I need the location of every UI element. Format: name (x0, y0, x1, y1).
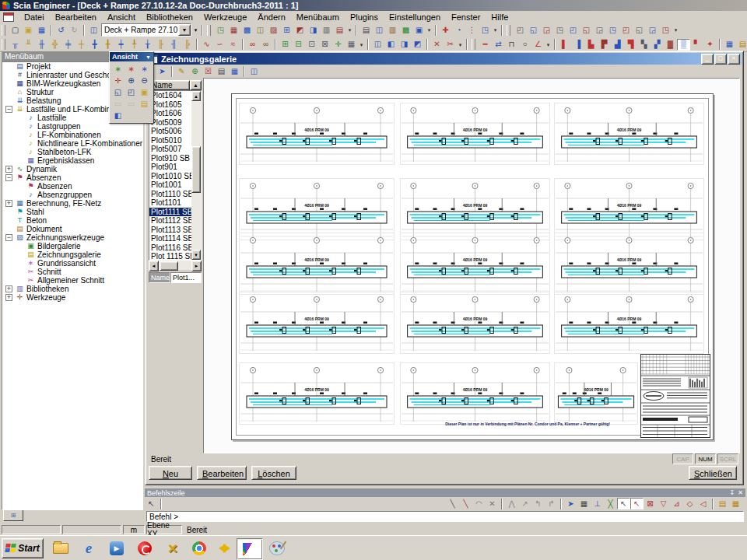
menu-tree[interactable]: ▤Projekt#Linienraster und Geschosse▦BIM-… (2, 61, 143, 510)
tree-item-stahl[interactable]: ⚑Stahl (2, 208, 142, 216)
toolbar-gripper[interactable] (507, 25, 510, 36)
keys-app-taskbar-button[interactable]: ✕ (160, 538, 185, 558)
draw-subregion-icon[interactable]: ┼ (75, 39, 88, 51)
tree-item-ergebnisklassen[interactable]: ▦Ergebnisklassen (2, 156, 142, 165)
horizontal-scrollbar[interactable]: ◄ ► (149, 261, 202, 270)
win-copy-2-icon[interactable]: ◧ (384, 39, 398, 51)
more-tools-caret[interactable]: ▾ (346, 24, 353, 36)
draw-node-icon[interactable]: ╂ (101, 39, 114, 51)
paperspace-icon[interactable]: ⊞ (280, 24, 293, 36)
maximize-button[interactable]: □ (714, 54, 727, 65)
draw-rectangle-icon[interactable]: ⊓ (505, 39, 518, 51)
project-window-icon[interactable]: ◫ (87, 24, 100, 36)
tree-item-stahlbeton-lfk[interactable]: ♪Stahlbeton-LFK (2, 148, 142, 156)
undo-icon[interactable]: ↺ (54, 24, 68, 36)
unit-indicator[interactable]: m (123, 525, 145, 534)
new-button[interactable]: Neu (149, 466, 192, 480)
command-input[interactable]: Befehl > (146, 511, 744, 522)
trim-tool-icon[interactable]: ✂ (444, 39, 457, 51)
rebar-4-icon[interactable]: ▛ (598, 39, 611, 51)
preview-plot-icon[interactable]: ◫ (247, 66, 261, 78)
snap-node-icon[interactable]: ▽ (657, 498, 670, 509)
start-button[interactable]: Start (2, 538, 44, 558)
select-add-icon[interactable]: ✛ (331, 39, 345, 51)
menu-ndern[interactable]: Ändern (252, 12, 290, 23)
plot-list-item-plot910-sb[interactable]: Plot910 SB (149, 154, 191, 163)
draw-support-icon[interactable]: ╟ (154, 39, 167, 51)
scroll-right-icon[interactable]: ► (191, 261, 202, 271)
draw-mesh-point-icon[interactable]: ╠ (181, 39, 194, 51)
saved-view-icon[interactable]: ▤ (138, 98, 151, 110)
scrollbar-thumb[interactable] (160, 261, 178, 271)
select-all-icon[interactable]: ⊞ (279, 39, 292, 51)
draw-opening-icon[interactable]: ╪ (61, 39, 75, 51)
expand-icon[interactable]: + (5, 200, 12, 207)
collapse-icon[interactable]: − (5, 234, 12, 241)
tree-item-dokument[interactable]: ▤Dokument (2, 225, 142, 233)
view-setting-5-icon[interactable]: ◰ (566, 24, 580, 36)
more-insert-caret[interactable]: ▾ (492, 24, 499, 36)
list-options-icon[interactable]: ⋮ (465, 24, 479, 36)
zoom-all-icon[interactable]: ◰ (124, 86, 138, 98)
pointer-cursor-icon[interactable]: ↖ (145, 498, 158, 509)
delete-plot-icon[interactable]: ☒ (202, 66, 215, 78)
view-setting-4-icon[interactable]: ◳ (553, 24, 566, 36)
more-draw-caret[interactable]: ▾ (545, 39, 552, 51)
vertical-scrollbar[interactable]: ▲ ▼ (191, 91, 201, 260)
report-tool-icon[interactable]: ◩ (293, 24, 307, 36)
snap-endpoint-icon[interactable]: ↖ (617, 498, 630, 509)
redo-icon[interactable]: ↻ (68, 24, 81, 36)
more-print-caret[interactable]: ▾ (426, 24, 433, 36)
cursor-mode-draw-icon[interactable]: ↱ (545, 498, 558, 509)
curve-tool-2-icon[interactable]: ∽ (213, 39, 226, 51)
more-views-caret[interactable]: ▾ (672, 24, 679, 36)
tree-item-nichtlineare-lf-kombinationen[interactable]: ♪Nichtlineare LF-Kombinationen (2, 139, 142, 148)
rebar-3-icon[interactable]: ▙ (584, 39, 598, 51)
zoom-selection-icon[interactable]: ◔ (452, 24, 465, 36)
plot-list-item-plot5009[interactable]: Plot5009 (149, 118, 191, 128)
draw-beam-icon[interactable]: ╨ (22, 39, 35, 51)
unlink-nodes-icon[interactable]: ∞ (259, 39, 272, 51)
scroll-up-icon[interactable]: ▲ (191, 91, 201, 101)
menu-bibliotheken[interactable]: Bibliotheken (141, 12, 198, 23)
coord-axes-icon[interactable]: ✛ (111, 75, 124, 86)
cursor-mode-move-icon[interactable]: ↗ (518, 498, 531, 509)
print-icon[interactable]: ▤ (359, 24, 373, 36)
view-setting-3-icon[interactable]: ◲ (540, 24, 553, 36)
snap-ortho-icon[interactable]: ⊥ (591, 498, 604, 509)
view-setting-2-icon[interactable]: ◱ (527, 24, 540, 36)
draw-wall-icon[interactable]: ╬ (48, 39, 61, 51)
plot-list-item-plot1001[interactable]: Plot1001 (149, 180, 191, 190)
minimize-button[interactable]: _ (701, 54, 714, 65)
line-grid-icon[interactable]: ▦ (729, 498, 742, 509)
tree-panel-tab[interactable]: ⊞ (3, 510, 23, 521)
menu-ansicht[interactable]: Ansicht (102, 12, 141, 23)
plot-list-item-plot1604[interactable]: Plot1604 (149, 91, 191, 100)
zoom-in-icon[interactable]: ⊕ (124, 75, 138, 86)
image-tool-icon[interactable]: ▨ (267, 24, 280, 36)
view-3d-icon[interactable]: ◧ (111, 110, 124, 121)
internet-explorer-taskbar-button[interactable]: e (76, 538, 101, 558)
tree-item-zeichnungsgalerie[interactable]: ▤Zeichnungsgalerie (2, 250, 142, 259)
track-polyline-icon[interactable]: ╲ (459, 498, 472, 509)
scia-engineer-taskbar-button[interactable] (237, 538, 263, 560)
toolbar-gripper[interactable] (2, 39, 5, 50)
curve-tool-1-icon[interactable]: ∿ (200, 39, 213, 51)
cursor-mode-select-icon[interactable]: ⋀ (505, 498, 518, 509)
picture-gallery-icon[interactable]: ▥ (386, 24, 399, 36)
tree-item-beton[interactable]: TBeton (2, 216, 142, 225)
draw-dimension-icon[interactable]: ⇄ (492, 39, 505, 51)
menu-fenster[interactable]: Fenster (446, 12, 486, 23)
delete-button[interactable]: Löschen (251, 466, 296, 480)
plot-list-item-plot1101[interactable]: Plot1101 (149, 198, 191, 208)
draw-column-icon[interactable]: ╥ (9, 39, 22, 51)
track-arc-icon[interactable]: ◠ (472, 498, 486, 509)
close-button[interactable]: ✕ (728, 54, 740, 65)
rebar-5-icon[interactable]: ▟ (611, 39, 624, 51)
plot-list-item-plot1010-sb[interactable]: Plot1010 SB (149, 172, 191, 181)
drawing-preview-area[interactable]: 4Ø16 PRM 094Ø16 PRM 094Ø16 PRM 094Ø16 PR… (203, 78, 740, 453)
table-input-icon[interactable]: ▩ (240, 24, 254, 36)
close-dialog-button[interactable]: Schließen (689, 466, 737, 480)
tree-item-grundrissansicht[interactable]: ∗Grundrissansicht (2, 259, 142, 268)
rebar-9-icon[interactable]: ▓ (664, 39, 677, 51)
